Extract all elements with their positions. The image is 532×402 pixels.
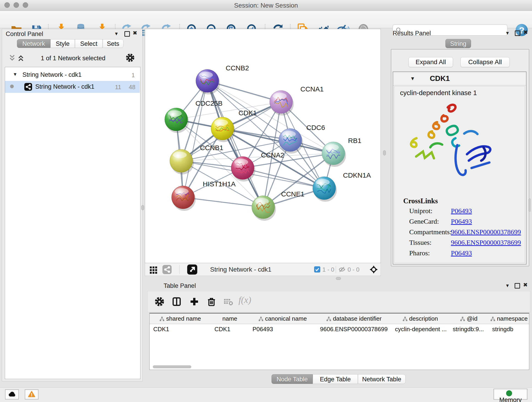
network-selected-label: 1 of 1 Network selected: [30, 55, 117, 62]
close-panel-icon[interactable]: ✖: [523, 29, 528, 36]
tab-network[interactable]: Network: [17, 39, 51, 48]
undock-panel-icon[interactable]: [515, 283, 520, 288]
function-builder-fx: f(x): [239, 294, 251, 305]
undock-panel-icon[interactable]: [124, 31, 130, 37]
control-panel: Control Panel ▼ ✖ Network Style Select S…: [2, 29, 143, 381]
cloud-status-button[interactable]: [5, 389, 19, 400]
network-node-label: CCNA1: [300, 85, 324, 93]
right-splitter-handle[interactable]: [383, 150, 386, 155]
table-cell[interactable]: stringdb: [492, 324, 529, 334]
table-options-gear-icon[interactable]: [154, 296, 165, 307]
tab-network-table[interactable]: Network Table: [358, 374, 405, 384]
grid-view-icon[interactable]: [149, 265, 158, 274]
table-cell[interactable]: cyclin-dependent ...: [395, 324, 448, 334]
show-columns-icon[interactable]: [171, 296, 182, 307]
node-gloss-highlight: [325, 144, 339, 151]
undock-panel-icon[interactable]: [515, 31, 520, 36]
tab-string[interactable]: String: [445, 39, 471, 48]
network-node-label: HIST1H1A: [203, 180, 235, 188]
tab-style[interactable]: Style: [51, 39, 75, 48]
node-gloss-highlight: [173, 152, 187, 158]
create-column-plus-icon[interactable]: [189, 296, 200, 307]
node-gloss-highlight: [273, 93, 287, 99]
crosslink-link[interactable]: P06493: [451, 249, 472, 257]
table-cell[interactable]: stringdb:9...: [453, 324, 488, 334]
expand-all-networks-icon[interactable]: [8, 54, 16, 62]
collapse-all-networks-icon[interactable]: [17, 54, 25, 62]
crosslink-row: Uniprot:P06493: [394, 207, 525, 217]
warnings-button[interactable]: [25, 389, 38, 400]
hidden-eye-slash-icon[interactable]: [338, 266, 346, 274]
node-gloss-highlight: [255, 198, 269, 204]
protein-result-card: ▼ CDK1 cyclin-dependent kinase 1: [393, 71, 526, 264]
network-node-label: CDC25B: [196, 99, 222, 107]
tab-node-table[interactable]: Node Table: [272, 374, 313, 384]
status-bar: Memory: [0, 387, 532, 402]
network-options-gear-icon[interactable]: [125, 53, 135, 63]
crosslink-link[interactable]: P06493: [451, 217, 472, 225]
bottom-splitter-handle[interactable]: [336, 277, 341, 280]
node-gloss-highlight: [168, 110, 182, 117]
table-cell[interactable]: P06493: [253, 324, 316, 334]
crosslink-link[interactable]: 9606.ENSP00000378699: [451, 228, 521, 236]
selected-checkbox-icon[interactable]: [314, 266, 320, 273]
birds-eye-view-icon[interactable]: [369, 265, 378, 274]
delete-column-trash-icon[interactable]: [206, 296, 217, 307]
column-header[interactable]: database identifier: [317, 313, 392, 324]
column-header[interactable]: name: [211, 313, 249, 324]
network-node-label: RB1: [348, 137, 361, 144]
table-hscrollbar-thumb[interactable]: [153, 365, 191, 368]
close-panel-icon[interactable]: ✖: [523, 282, 528, 288]
collapse-section-icon[interactable]: ▼: [410, 76, 415, 82]
table-panel: Table Panel ▼ ✖ f(x) shared nameCDK1name…: [147, 281, 531, 386]
results-scrollbar-thumb[interactable]: [528, 198, 531, 212]
column-header[interactable]: description: [391, 313, 449, 324]
tree-expand-icon[interactable]: ▼: [13, 72, 17, 77]
table-toolbar: f(x): [147, 291, 530, 312]
column-header[interactable]: namespace: [488, 313, 529, 324]
detach-view-icon[interactable]: [187, 264, 197, 274]
memory-button[interactable]: Memory: [494, 389, 527, 400]
column-header[interactable]: @id: [449, 313, 489, 324]
crosslink-label: Uniprot:: [409, 207, 433, 215]
string-network-badge-icon: [24, 83, 32, 91]
network-edge[interactable]: [176, 102, 281, 119]
float-panel-icon[interactable]: ▼: [505, 282, 510, 289]
main-toolbar: ?: [0, 11, 532, 28]
node-gloss-highlight: [199, 72, 213, 78]
selected-nodes-edges-count: 1 - 0: [322, 266, 334, 273]
network-name-label: String Network - cdk1: [35, 83, 94, 90]
network-tree-child-row[interactable]: String Network - cdk1 11 48: [5, 81, 140, 93]
column-header[interactable]: shared name: [150, 313, 211, 324]
protein-description: cyclin-dependent kinase 1: [400, 89, 477, 97]
tab-select[interactable]: Select: [75, 39, 103, 48]
protein-name: CDK1: [430, 74, 450, 83]
close-panel-icon[interactable]: ✖: [133, 30, 137, 36]
float-panel-icon[interactable]: ▼: [505, 30, 510, 36]
crosslink-link[interactable]: 9606.ENSP00000378699: [451, 239, 521, 246]
collapse-all-button[interactable]: Collapse All: [461, 57, 510, 67]
float-panel-icon[interactable]: ▼: [114, 31, 119, 37]
delete-table-icon[interactable]: [223, 296, 234, 307]
table-cell[interactable]: CDK1: [215, 324, 248, 334]
tab-sets[interactable]: Sets: [103, 39, 123, 48]
network-node-label: CDC6: [306, 124, 325, 131]
crosslink-link[interactable]: P06493: [451, 207, 472, 215]
expand-all-button[interactable]: Expand All: [409, 57, 453, 67]
network-tree-root-row[interactable]: ▼ String Network - cdk1 1: [5, 69, 140, 81]
tab-edge-table[interactable]: Edge Table: [313, 374, 358, 384]
table-cell[interactable]: 9606.ENSP00000378699: [320, 324, 390, 334]
network-canvas[interactable]: CCNB2CCNA1CDC25BCDK1CDC6RB1CCNB1CCNA2CDK…: [145, 29, 381, 263]
table-cell[interactable]: CDK1: [153, 324, 210, 334]
network-node-label: CDKN1A: [343, 172, 371, 179]
crosslink-label: Tissues:: [409, 239, 431, 246]
crosslink-label: Pharos:: [409, 249, 430, 257]
left-splitter-handle[interactable]: [141, 205, 144, 210]
current-view-dot-icon: [10, 85, 14, 88]
protein-structure-image[interactable]: [403, 99, 501, 191]
share-view-icon[interactable]: [162, 265, 172, 274]
node-gloss-highlight: [234, 159, 248, 165]
view-toolbar-separator: [179, 265, 180, 274]
network-list: ▼ String Network - cdk1 1 String Network…: [5, 67, 140, 379]
column-header[interactable]: canonical name: [249, 313, 317, 324]
